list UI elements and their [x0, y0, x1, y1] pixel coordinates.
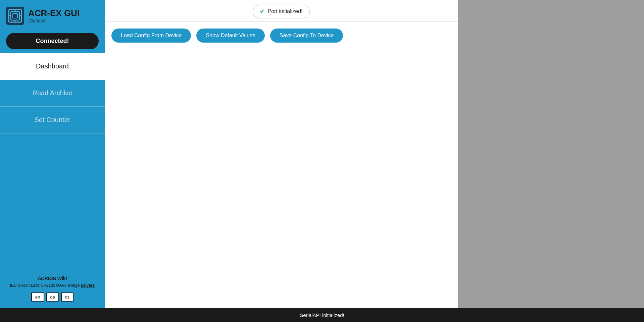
status-message: SerialAPI initialized!: [300, 312, 344, 318]
wiki-link[interactable]: ACRIOS Wiki: [5, 276, 99, 281]
connected-button[interactable]: Connected!: [6, 33, 99, 49]
save-config-button[interactable]: Save Config To Device: [270, 29, 343, 43]
app-subtitle: 25d0d86: [28, 18, 80, 23]
sidebar-header: ACR-EX GUI 25d0d86: [0, 0, 105, 32]
top-bar: ✔ Port initialized!: [105, 0, 458, 22]
sidebar-item-set-counter[interactable]: Set Counter: [0, 107, 105, 133]
sidebar-title-group: ACR-EX GUI 25d0d86: [28, 8, 80, 23]
lang-en-button[interactable]: en: [31, 292, 44, 302]
language-buttons: en de cs: [5, 292, 99, 302]
content-area: ✔ Port initialized! Load Config From Dev…: [105, 0, 458, 308]
lang-de-button[interactable]: de: [46, 292, 59, 302]
content-body: [105, 48, 458, 308]
right-panel: [458, 0, 644, 308]
port-status-text: Port initialized!: [267, 8, 302, 14]
sidebar-footer: ACRIOS Wiki IEC Silicon Labs CP210x UART…: [0, 270, 105, 308]
show-defaults-button[interactable]: Show Default Values: [196, 29, 264, 43]
page-wrapper: ACR-EX GUI 25d0d86 Connected! Dashboard …: [0, 0, 644, 322]
driver-text: IEC Silicon Labs CP210x UART Bridge Driv…: [5, 283, 99, 288]
drivers-link[interactable]: Drivers: [81, 283, 95, 288]
app-title: ACR-EX GUI: [28, 8, 80, 18]
body-row: ACR-EX GUI 25d0d86 Connected! Dashboard …: [0, 0, 644, 308]
port-status-badge: ✔ Port initialized!: [253, 5, 309, 18]
app-logo: [6, 7, 24, 25]
sidebar-item-read-archive[interactable]: Read Archive: [0, 80, 105, 107]
action-bar: Load Config From Device Show Default Val…: [105, 22, 458, 48]
lang-cs-button[interactable]: cs: [61, 292, 73, 302]
sidebar-item-dashboard[interactable]: Dashboard: [0, 53, 105, 80]
load-config-button[interactable]: Load Config From Device: [111, 29, 191, 43]
sidebar: ACR-EX GUI 25d0d86 Connected! Dashboard …: [0, 0, 105, 308]
check-icon: ✔: [260, 8, 265, 15]
status-bar: SerialAPI initialized!: [0, 308, 644, 322]
